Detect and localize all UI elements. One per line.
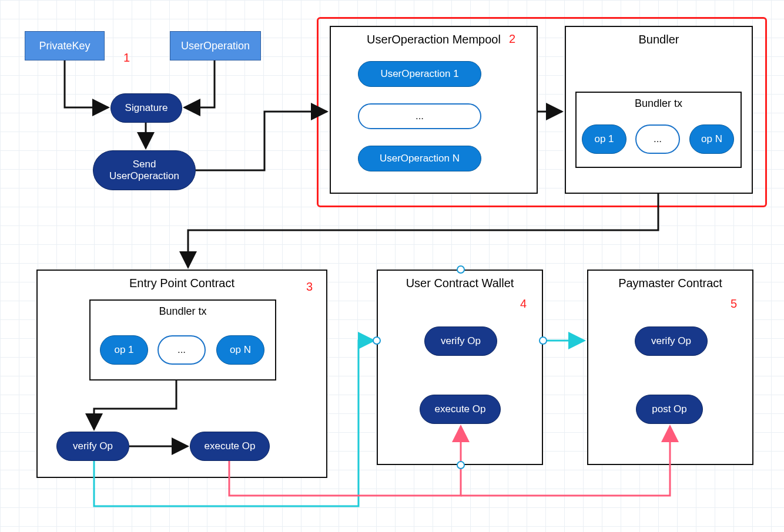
send-label-line2: UserOperaction <box>109 170 179 182</box>
ucw-verify-op: verify Op <box>424 326 497 356</box>
diagram-canvas: PrivateKey UserOperation Signature Send … <box>0 0 784 532</box>
epc-op-dots: ... <box>158 335 206 365</box>
pmc-post-op: post Op <box>636 395 703 424</box>
mempool-title: UserOperaction Mempool <box>331 33 537 46</box>
user-operation-node: UserOperation <box>170 31 261 60</box>
mempool-item-1: UserOperaction 1 <box>358 61 481 87</box>
private-key-node: PrivateKey <box>25 31 105 60</box>
bundler-op-dots: ... <box>635 124 680 154</box>
epc-op-n: op N <box>216 335 264 365</box>
pmc-title: Paymaster Contract <box>588 277 752 290</box>
epc-op-1: op 1 <box>100 335 148 365</box>
mempool-item-n: UserOperaction N <box>358 146 481 171</box>
signature-node: Signature <box>110 93 182 123</box>
paymaster-contract-box: Paymaster Contract <box>587 270 753 465</box>
user-contract-wallet-box: User Contract Wallet <box>377 270 543 465</box>
epc-execute-op: execute Op <box>190 432 270 461</box>
annotation-5: 5 <box>731 297 737 311</box>
annotation-2: 2 <box>509 32 515 46</box>
epc-verify-op: verify Op <box>56 432 129 461</box>
bundler-title: Bundler <box>566 33 752 46</box>
epc-title: Entry Point Contract <box>38 277 326 290</box>
bundler-op-n: op N <box>689 124 734 154</box>
bundler-tx-title: Bundler tx <box>577 97 741 110</box>
annotation-4: 4 <box>520 297 527 311</box>
send-useroperation-node: Send UserOperaction <box>93 150 196 190</box>
ucw-execute-op: execute Op <box>420 395 501 424</box>
annotation-1: 1 <box>123 51 130 65</box>
epc-bundler-tx-title: Bundler tx <box>91 305 275 318</box>
send-label-line1: Send <box>133 159 156 170</box>
mempool-item-dots: ... <box>358 103 481 129</box>
ucw-title: User Contract Wallet <box>378 277 542 290</box>
annotation-3: 3 <box>306 280 313 294</box>
pmc-verify-op: verify Op <box>635 326 708 356</box>
bundler-op-1: op 1 <box>582 124 626 154</box>
